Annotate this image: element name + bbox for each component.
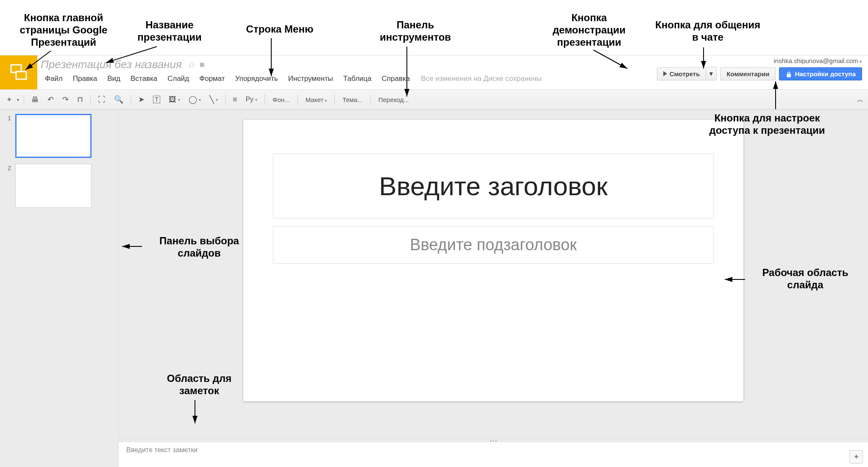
save-status: Все изменения на Диске сохранены xyxy=(421,75,542,83)
present-button[interactable]: Смотреть xyxy=(657,67,707,80)
transition-button[interactable]: Переход... xyxy=(374,94,413,106)
menu-table[interactable]: Таблица xyxy=(339,73,376,85)
anno-toolbar: Панель инструментов xyxy=(360,19,470,44)
textbox-icon: T xyxy=(153,96,160,103)
redo-icon: ↷ xyxy=(62,95,69,104)
document-title[interactable]: Презентация без названия xyxy=(41,58,182,71)
cursor-icon: ➤ xyxy=(138,95,145,104)
anno-title: Название презентации xyxy=(119,19,220,44)
shape-icon: ◯ xyxy=(189,95,197,104)
thumb-row-1[interactable]: 1 xyxy=(6,114,112,158)
slide-thumbnail-1[interactable] xyxy=(15,114,92,158)
slide-canvas[interactable]: Введите заголовок Введите подзаголовок xyxy=(243,120,743,401)
menu-slide[interactable]: Слайд xyxy=(163,73,193,85)
line-icon: ╲ xyxy=(209,95,214,104)
align-icon: ≡ xyxy=(233,95,237,104)
zoom-fit-button[interactable]: ⛶ xyxy=(94,92,109,107)
line-tool[interactable]: ╲ xyxy=(206,92,222,107)
comments-button[interactable]: Комментарии xyxy=(720,67,776,80)
header: Презентация без названия ☆ ■ Файл Правка… xyxy=(0,55,868,89)
menu-help[interactable]: Справка xyxy=(378,73,415,85)
undo-button[interactable]: ↶ xyxy=(44,92,58,107)
google-slides-app: Презентация без названия ☆ ■ Файл Правка… xyxy=(0,55,868,467)
new-slide-dropdown[interactable]: ▾ xyxy=(16,94,20,105)
theme-button[interactable]: Тема... xyxy=(338,94,367,106)
folder-icon[interactable]: ■ xyxy=(200,60,205,69)
zoom-button[interactable]: 🔍 xyxy=(110,92,127,107)
new-slide-button[interactable]: + xyxy=(3,93,15,106)
menu-tools[interactable]: Инструменты xyxy=(284,73,337,85)
language-button[interactable]: Ру xyxy=(242,93,261,106)
anno-chat: Кнопка для общения в чате xyxy=(653,19,763,44)
explore-button[interactable]: ✦ xyxy=(849,450,863,464)
anno-present: Кнопка демонстрации презентации xyxy=(534,12,644,48)
notes-placeholder: Введите текст заметки xyxy=(126,446,198,453)
thumb-row-2[interactable]: 2 xyxy=(6,164,112,208)
title-area: Презентация без названия ☆ ■ Файл Правка… xyxy=(37,55,657,85)
canvas-scroll[interactable]: Введите заголовок Введите подзаголовок xyxy=(119,110,868,438)
menu-insert[interactable]: Вставка xyxy=(126,73,161,85)
lock-icon xyxy=(785,70,792,77)
redo-button[interactable]: ↷ xyxy=(58,92,72,107)
anno-logo: Кнопка главной страницы Google Презентац… xyxy=(4,12,123,48)
menu-edit[interactable]: Правка xyxy=(69,73,101,85)
menu-bar: Файл Правка Вид Вставка Слайд Формат Упо… xyxy=(41,73,654,85)
header-right: irishka.shipunova@gmail.com Смотреть ▾ К… xyxy=(657,55,868,80)
speaker-notes[interactable]: Введите текст заметки ✦ xyxy=(119,442,868,467)
menu-view[interactable]: Вид xyxy=(103,73,125,85)
star-icon[interactable]: ☆ xyxy=(187,60,195,70)
subtitle-placeholder[interactable]: Введите подзаголовок xyxy=(273,226,714,264)
canvas-area: Введите заголовок Введите подзаголовок •… xyxy=(119,110,868,467)
notes-resize-handle[interactable]: • • • xyxy=(119,438,868,442)
thumb-number: 2 xyxy=(6,164,11,208)
background-button[interactable]: Фон... xyxy=(268,94,294,106)
share-button[interactable]: Настройки доступа xyxy=(779,67,862,80)
slide-thumbnail-2[interactable] xyxy=(15,164,92,208)
paint-format-button[interactable]: ⊓ xyxy=(73,92,87,107)
title-placeholder[interactable]: Введите заголовок xyxy=(273,154,714,218)
svg-rect-11 xyxy=(16,72,26,79)
present-dropdown[interactable]: ▾ xyxy=(706,67,717,80)
zoom-icon: 🔍 xyxy=(114,95,123,104)
shape-tool[interactable]: ◯ xyxy=(185,92,205,107)
menu-file[interactable]: Файл xyxy=(41,73,67,85)
explore-icon: ✦ xyxy=(853,452,860,461)
toolbar: + ▾ 🖶 ↶ ↷ ⊓ ⛶ 🔍 ➤ T 🖼 ◯ ╲ ≡ Ру Фон... Ма… xyxy=(0,89,868,110)
content-area: 1 2 Введите заголовок Введите подзаголов… xyxy=(0,110,868,467)
thumb-number: 1 xyxy=(6,114,11,158)
filmstrip[interactable]: 1 2 xyxy=(0,110,119,467)
menu-arrange[interactable]: Упорядочить xyxy=(231,73,282,85)
image-icon: 🖼 xyxy=(169,95,176,104)
user-account[interactable]: irishka.shipunova@gmail.com xyxy=(773,57,862,64)
layout-button[interactable]: Макет xyxy=(301,94,331,106)
home-button[interactable] xyxy=(0,55,37,89)
share-label: Настройки доступа xyxy=(795,70,856,77)
menu-format[interactable]: Формат xyxy=(195,73,229,85)
paint-roller-icon: ⊓ xyxy=(77,95,83,104)
play-icon xyxy=(663,71,667,76)
fit-icon: ⛶ xyxy=(98,95,106,104)
print-icon: 🖶 xyxy=(31,95,39,104)
align-button[interactable]: ≡ xyxy=(229,92,241,107)
anno-menubar: Строка Меню xyxy=(233,23,326,36)
slides-logo-icon xyxy=(8,62,29,83)
undo-icon: ↶ xyxy=(47,95,54,104)
image-tool[interactable]: 🖼 xyxy=(165,92,184,107)
textbox-tool[interactable]: T xyxy=(149,93,164,106)
expand-toolbar-button[interactable]: ︽ xyxy=(857,95,862,104)
language-label: Ру xyxy=(245,96,253,103)
present-label: Смотреть xyxy=(670,70,700,77)
select-tool[interactable]: ➤ xyxy=(134,92,148,107)
print-button[interactable]: 🖶 xyxy=(28,92,43,107)
